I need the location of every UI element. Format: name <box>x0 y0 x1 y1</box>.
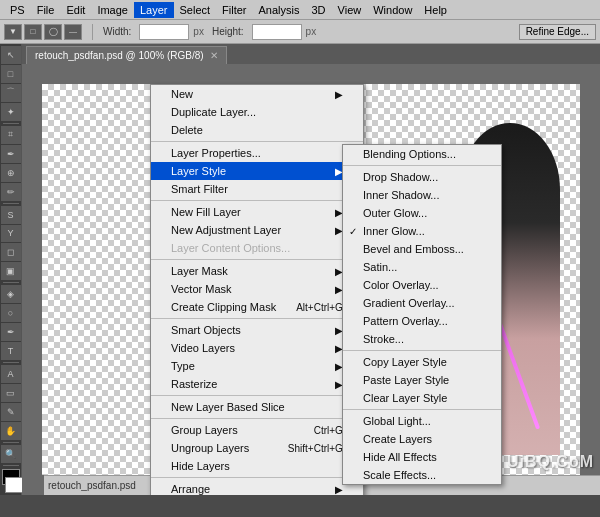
menu-item-type[interactable]: Type▶ <box>151 357 363 375</box>
submenu-hide-effects[interactable]: Hide All Effects <box>343 448 501 466</box>
history-tool[interactable]: Y <box>1 225 21 243</box>
submenu-outer-glow[interactable]: Outer Glow... <box>343 204 501 222</box>
submenu-create-layers[interactable]: Create Layers <box>343 430 501 448</box>
menu-item-rasterize[interactable]: Rasterize▶ <box>151 375 363 393</box>
brush-tool[interactable]: ✏ <box>1 183 21 201</box>
background-color[interactable] <box>5 477 23 493</box>
menu-layer[interactable]: Layer <box>134 2 174 18</box>
menu-sep6 <box>151 418 363 419</box>
submenu-stroke[interactable]: Stroke... <box>343 330 501 348</box>
blur-tool[interactable]: ◈ <box>1 285 21 303</box>
menu-analysis[interactable]: Analysis <box>253 2 306 18</box>
submenu-scale-effects[interactable]: Scale Effects... <box>343 466 501 484</box>
clone-tool[interactable]: S <box>1 206 21 224</box>
height-input[interactable] <box>252 24 302 40</box>
menu-select[interactable]: Select <box>174 2 217 18</box>
menu-item-new-fill[interactable]: New Fill Layer▶ <box>151 203 363 221</box>
menu-help[interactable]: Help <box>418 2 453 18</box>
lasso-tool[interactable]: ⌒ <box>1 84 21 102</box>
menu-item-smart-objects[interactable]: Smart Objects▶ <box>151 321 363 339</box>
submenu-bevel[interactable]: Bevel and Emboss... <box>343 240 501 258</box>
path-tool[interactable]: A <box>1 365 21 383</box>
menu-item-group[interactable]: Group LayersCtrl+G <box>151 421 363 439</box>
crop-tool[interactable]: ⌗ <box>1 126 21 144</box>
submenu-inner-shadow[interactable]: Inner Shadow... <box>343 186 501 204</box>
submenu-pattern-overlay[interactable]: Pattern Overlay... <box>343 312 501 330</box>
menu-sep4 <box>151 318 363 319</box>
refine-edge-button[interactable]: Refine Edge... <box>519 24 596 40</box>
submenu-color-overlay[interactable]: Color Overlay... <box>343 276 501 294</box>
gradient-tool[interactable]: ▣ <box>1 262 21 280</box>
menu-3d[interactable]: 3D <box>306 2 332 18</box>
submenu-paste-style[interactable]: Paste Layer Style <box>343 371 501 389</box>
menu-file[interactable]: File <box>31 2 61 18</box>
eyedropper-tool[interactable]: ✒ <box>1 145 21 163</box>
toolbar: ▼ □ ◯ — Width: px Height: px Refine Edge… <box>0 20 600 44</box>
submenu-blending-options[interactable]: Blending Options... <box>343 145 501 163</box>
menu-item-vector-mask[interactable]: Vector Mask▶ <box>151 280 363 298</box>
menu-image[interactable]: Image <box>91 2 134 18</box>
menu-filter[interactable]: Filter <box>216 2 252 18</box>
submenu-gradient-overlay[interactable]: Gradient Overlay... <box>343 294 501 312</box>
menu-sep7 <box>151 477 363 478</box>
status-text: retouch_psdfan.psd <box>48 480 136 491</box>
height-label: Height: <box>208 25 248 38</box>
submenu-copy-style[interactable]: Copy Layer Style <box>343 353 501 371</box>
tab-bar: retouch_psdfan.psd @ 100% (RGB/8) ✕ <box>22 44 600 64</box>
menu-item-ungroup[interactable]: Ungroup LayersShift+Ctrl+G <box>151 439 363 457</box>
submenu-clear-style[interactable]: Clear Layer Style <box>343 389 501 407</box>
marquee-rect-icon[interactable]: □ <box>24 24 42 40</box>
menu-item-delete[interactable]: Delete <box>151 121 363 139</box>
tool-preset-icon[interactable]: ▼ <box>4 24 22 40</box>
submenu-global-light[interactable]: Global Light... <box>343 412 501 430</box>
menu-item-hide[interactable]: Hide Layers <box>151 457 363 475</box>
submenu-satin[interactable]: Satin... <box>343 258 501 276</box>
heal-tool[interactable]: ⊕ <box>1 164 21 182</box>
move-tool[interactable]: ↖ <box>1 46 21 64</box>
submenu-sep2 <box>343 350 501 351</box>
zoom-tool[interactable]: 🔍 <box>1 445 21 463</box>
menu-item-video-layers[interactable]: Video Layers▶ <box>151 339 363 357</box>
tool-sep1 <box>3 123 19 124</box>
menu-item-new[interactable]: New▶ <box>151 85 363 103</box>
wand-tool[interactable]: ✦ <box>1 103 21 121</box>
submenu-inner-glow[interactable]: ✓ Inner Glow... <box>343 222 501 240</box>
menu-item-layer-style[interactable]: Layer Style▶ <box>151 162 363 180</box>
notes-tool[interactable]: ✎ <box>1 403 21 421</box>
menu-item-arrange[interactable]: Arrange▶ <box>151 480 363 495</box>
menu-item-new-adjustment[interactable]: New Adjustment Layer▶ <box>151 221 363 239</box>
menu-view[interactable]: View <box>332 2 368 18</box>
menu-edit[interactable]: Edit <box>60 2 91 18</box>
submenu-drop-shadow[interactable]: Drop Shadow... <box>343 168 501 186</box>
tool-sep3 <box>3 282 19 283</box>
menu-window[interactable]: Window <box>367 2 418 18</box>
marquee-round-icon[interactable]: ◯ <box>44 24 62 40</box>
close-tab-icon[interactable]: ✕ <box>210 50 218 61</box>
hand-tool[interactable]: ✋ <box>1 422 21 440</box>
menu-item-content-options: Layer Content Options... <box>151 239 363 257</box>
menu-item-duplicate[interactable]: Duplicate Layer... <box>151 103 363 121</box>
dodge-tool[interactable]: ○ <box>1 304 21 322</box>
marquee-tool[interactable]: □ <box>1 65 21 83</box>
submenu-sep3 <box>343 409 501 410</box>
menu-item-smart-filter[interactable]: Smart Filter <box>151 180 363 198</box>
width-input[interactable] <box>139 24 189 40</box>
menu-item-properties[interactable]: Layer Properties... <box>151 144 363 162</box>
canvas-area: UiBQ.CoM New▶ Duplicate Layer... Delete … <box>22 64 600 495</box>
tool-sep4 <box>3 362 19 363</box>
menu-sep2 <box>151 200 363 201</box>
canvas-tab[interactable]: retouch_psdfan.psd @ 100% (RGB/8) ✕ <box>26 46 227 64</box>
shape-tool[interactable]: ▭ <box>1 384 21 402</box>
eraser-tool[interactable]: ◻ <box>1 243 21 261</box>
menu-item-layer-mask[interactable]: Layer Mask▶ <box>151 262 363 280</box>
main-area: ↖ □ ⌒ ✦ ⌗ ✒ ⊕ ✏ S Y ◻ ▣ ◈ ○ ✒ T A ▭ ✎ ✋ … <box>0 44 600 495</box>
type-tool[interactable]: T <box>1 342 21 360</box>
menu-ps[interactable]: PS <box>4 2 31 18</box>
menu-item-new-slice[interactable]: New Layer Based Slice <box>151 398 363 416</box>
menu-item-clipping-mask[interactable]: Create Clipping MaskAlt+Ctrl+G <box>151 298 363 316</box>
marquee-row-icon[interactable]: — <box>64 24 82 40</box>
tool-sep6 <box>3 465 19 466</box>
pen-tool[interactable]: ✒ <box>1 323 21 341</box>
watermark: UiBQ.CoM <box>507 453 594 471</box>
check-icon: ✓ <box>349 226 357 237</box>
